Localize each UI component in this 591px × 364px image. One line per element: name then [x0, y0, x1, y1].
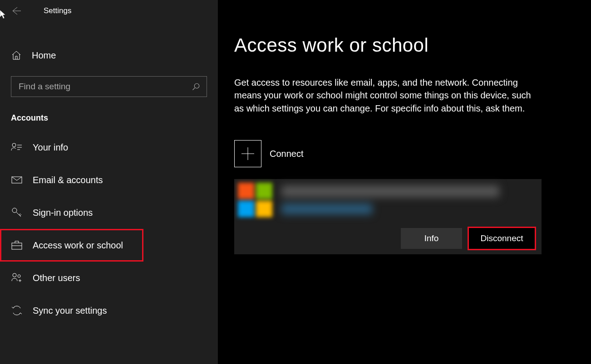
- search-input[interactable]: [19, 82, 192, 92]
- sync-icon: [11, 305, 23, 316]
- nav-label: Sync your settings: [33, 306, 107, 316]
- nav-label: Your info: [33, 142, 68, 153]
- home-icon: [11, 50, 22, 61]
- connect-button[interactable]: Connect: [234, 140, 591, 167]
- nav-label: Email & accounts: [33, 175, 103, 185]
- nav-label: Sign-in options: [33, 208, 93, 218]
- cursor-icon: [0, 10, 7, 20]
- connect-box: [234, 140, 261, 167]
- connect-label: Connect: [270, 149, 304, 159]
- sidebar-home[interactable]: Home: [0, 45, 218, 65]
- header-row: Settings: [0, 0, 218, 22]
- briefcase-icon: [11, 239, 23, 251]
- key-icon: [11, 207, 23, 218]
- search-box[interactable]: [11, 76, 207, 97]
- account-buttons: Info Disconnect: [234, 221, 542, 254]
- nav-label: Access work or school: [33, 240, 123, 251]
- section-header: Accounts: [0, 97, 218, 131]
- svg-rect-4: [12, 243, 22, 249]
- main-content: Access work or school Get access to reso…: [218, 0, 591, 364]
- info-button[interactable]: Info: [401, 228, 462, 249]
- back-arrow-icon[interactable]: [11, 5, 22, 16]
- mail-icon: [11, 174, 23, 186]
- account-info-row: [234, 179, 542, 221]
- windows-logo-icon: [234, 179, 276, 221]
- page-title: Access work or school: [234, 34, 591, 56]
- sidebar: Settings Home Accounts Your info Email &…: [0, 0, 218, 364]
- search-icon: [192, 83, 200, 91]
- svg-point-1: [12, 143, 16, 147]
- nav-label: Other users: [33, 273, 80, 283]
- account-card[interactable]: Info Disconnect: [234, 179, 542, 254]
- people-icon: [11, 272, 23, 284]
- sidebar-item-your-info[interactable]: Your info: [0, 131, 218, 164]
- window-title: Settings: [44, 6, 71, 15]
- disconnect-button[interactable]: Disconnect: [469, 228, 535, 249]
- page-description: Get access to resources like email, apps…: [234, 76, 534, 115]
- sidebar-item-other-users[interactable]: Other users: [0, 262, 218, 294]
- svg-point-0: [194, 83, 199, 88]
- sidebar-item-signin-options[interactable]: Sign-in options: [0, 196, 218, 229]
- sidebar-item-access-work-school[interactable]: Access work or school: [0, 229, 143, 262]
- home-label: Home: [32, 50, 56, 61]
- svg-point-5: [13, 273, 16, 277]
- account-text-blurred: [276, 185, 542, 214]
- sidebar-item-sync-settings[interactable]: Sync your settings: [0, 294, 218, 327]
- plus-icon: [240, 146, 256, 162]
- sidebar-item-email-accounts[interactable]: Email & accounts: [0, 164, 218, 196]
- svg-point-6: [18, 275, 20, 277]
- person-icon: [11, 141, 23, 153]
